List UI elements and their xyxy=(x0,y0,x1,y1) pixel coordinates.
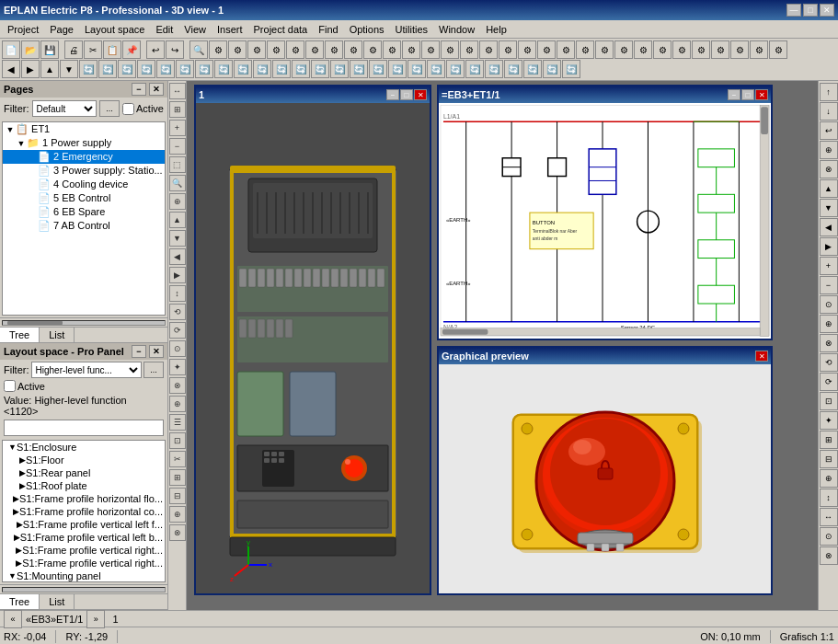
tb2-b12[interactable]: 🔄 xyxy=(214,60,233,78)
3d-minimize-btn[interactable]: − xyxy=(386,89,399,100)
tb2-b4[interactable]: ▼ xyxy=(60,60,78,78)
tb2-b6[interactable]: 🔄 xyxy=(98,60,117,78)
layout-item-fpvlb[interactable]: ▶ S1:Frame profile vertical left b... xyxy=(3,531,165,544)
pages-tab-tree[interactable]: Tree xyxy=(0,328,40,342)
rt-btn-14[interactable]: ⊗ xyxy=(820,334,838,352)
rt-btn-23[interactable]: ↔ xyxy=(820,508,838,526)
tb2-b23[interactable]: 🔄 xyxy=(427,60,445,78)
3d-view-buttons[interactable]: − □ ✕ xyxy=(386,89,427,100)
tb2-b13[interactable]: 🔄 xyxy=(234,60,252,78)
layout-item-fpvlf[interactable]: ▶ S1:Frame profile vertical left f... xyxy=(3,518,165,531)
layout-item-floor[interactable]: ▶ S1:Floor xyxy=(3,454,165,466)
rt-btn-13[interactable]: ⊕ xyxy=(820,315,838,333)
menu-project-data[interactable]: Project data xyxy=(248,22,314,37)
layout-item-enclosure[interactable]: ▼ S1:Enclosure xyxy=(3,441,165,454)
tb-b26[interactable]: ⚙ xyxy=(692,40,710,59)
menu-view[interactable]: View xyxy=(178,22,212,37)
tb-b30[interactable]: ⚙ xyxy=(769,40,787,59)
menu-page[interactable]: Page xyxy=(44,22,79,37)
3d-maximize-btn[interactable]: □ xyxy=(400,89,413,100)
layout-minimize[interactable]: − xyxy=(132,345,146,358)
rt-btn-3[interactable]: ↩ xyxy=(820,121,838,140)
tb-b27[interactable]: ⚙ xyxy=(711,40,729,59)
tb-b17[interactable]: ⚙ xyxy=(518,40,536,59)
tb2-b20[interactable]: 🔄 xyxy=(369,60,387,78)
lv-btn-14[interactable]: ⟳ xyxy=(169,322,186,339)
lv-btn-2[interactable]: ⊞ xyxy=(169,101,186,118)
tb2-b24[interactable]: 🔄 xyxy=(446,60,465,78)
menu-insert[interactable]: Insert xyxy=(212,22,248,37)
rt-btn-19[interactable]: ⊞ xyxy=(820,431,838,449)
lv-btn-20[interactable]: ⊡ xyxy=(169,432,186,449)
tb-open[interactable]: 📂 xyxy=(21,40,40,59)
tb-cut[interactable]: ✂ xyxy=(84,40,102,59)
tb-b24[interactable]: ⚙ xyxy=(653,40,672,59)
rt-btn-2[interactable]: ↓ xyxy=(820,102,838,121)
schematic-close-btn[interactable]: ✕ xyxy=(755,89,768,100)
rt-btn-22[interactable]: ↕ xyxy=(820,489,838,507)
rt-btn-25[interactable]: ⊗ xyxy=(820,546,838,565)
rt-btn-4[interactable]: ⊕ xyxy=(820,141,838,159)
maximize-button[interactable]: □ xyxy=(803,4,818,17)
tb2-b7[interactable]: 🔄 xyxy=(118,60,136,78)
tb2-b14[interactable]: 🔄 xyxy=(253,60,271,78)
rt-btn-24[interactable]: ⊙ xyxy=(820,527,838,546)
tb2-b29[interactable]: 🔄 xyxy=(543,60,561,78)
tb2-b11[interactable]: 🔄 xyxy=(195,60,213,78)
lv-btn-13[interactable]: ⟲ xyxy=(169,304,186,320)
layout-tab-tree[interactable]: Tree xyxy=(0,594,40,609)
rt-btn-18[interactable]: ✦ xyxy=(820,411,838,430)
rt-btn-12[interactable]: ⊙ xyxy=(820,295,838,314)
rt-btn-17[interactable]: ⊡ xyxy=(820,392,838,410)
lv-btn-3[interactable]: + xyxy=(169,120,186,136)
tb-b1[interactable]: ⚙ xyxy=(209,40,227,59)
title-bar-buttons[interactable]: — □ ✕ xyxy=(786,4,834,17)
tb-b23[interactable]: ⚙ xyxy=(634,40,652,59)
menu-find[interactable]: Find xyxy=(313,22,343,37)
layout-item-mounting[interactable]: ▼ S1:Mounting panel xyxy=(3,569,165,582)
tb2-b22[interactable]: 🔄 xyxy=(408,60,426,78)
rt-btn-20[interactable]: ⊟ xyxy=(820,450,838,468)
tb-b4[interactable]: ⚙ xyxy=(267,40,285,59)
tb2-b18[interactable]: 🔄 xyxy=(330,60,349,78)
tb-b11[interactable]: ⚙ xyxy=(402,40,420,59)
menu-layout-space[interactable]: Layout space xyxy=(79,22,150,37)
tb2-b16[interactable]: 🔄 xyxy=(292,60,310,78)
rt-btn-15[interactable]: ⟲ xyxy=(820,353,838,372)
3d-close-btn[interactable]: ✕ xyxy=(414,89,427,100)
pages-filter-select[interactable]: Default xyxy=(32,100,98,117)
schematic-buttons[interactable]: − □ ✕ xyxy=(728,89,768,100)
menu-options[interactable]: Options xyxy=(344,22,390,37)
tb-b22[interactable]: ⚙ xyxy=(614,40,633,59)
menu-window[interactable]: Window xyxy=(433,22,480,37)
layout-item-rear[interactable]: ▶ S1:Rear panel xyxy=(3,466,165,479)
tree-item-cooling[interactable]: 📄 4 Cooling device xyxy=(3,178,165,191)
layout-filter-select[interactable]: Higher-level func... xyxy=(31,362,143,378)
tb-search[interactable]: 🔍 xyxy=(189,40,208,59)
layout-tab-list[interactable]: List xyxy=(40,594,75,609)
tb-b18[interactable]: ⚙ xyxy=(537,40,556,59)
tb-paste[interactable]: 📌 xyxy=(122,40,141,59)
pages-minimize[interactable]: − xyxy=(132,83,146,96)
lv-btn-8[interactable]: ▲ xyxy=(169,212,186,228)
rt-btn-21[interactable]: ⊕ xyxy=(820,469,838,488)
tb-b8[interactable]: ⚙ xyxy=(344,40,362,59)
minimize-button[interactable]: — xyxy=(786,4,801,17)
lv-btn-21[interactable]: ✂ xyxy=(169,451,186,467)
rt-btn-10[interactable]: + xyxy=(820,257,838,275)
lv-btn-1[interactable]: ↔ xyxy=(169,83,186,99)
tb2-b27[interactable]: 🔄 xyxy=(504,60,522,78)
tb-b29[interactable]: ⚙ xyxy=(750,40,768,59)
layout-item-fphl[interactable]: ▶ S1:Frame profile horizontal flo... xyxy=(3,492,165,505)
lv-btn-19[interactable]: ☰ xyxy=(169,414,186,431)
tb2-b19[interactable]: 🔄 xyxy=(350,60,368,78)
lv-btn-11[interactable]: ▶ xyxy=(169,267,186,283)
pages-active-checkbox[interactable] xyxy=(122,103,134,115)
schematic-minimize-btn[interactable]: − xyxy=(728,89,740,100)
rt-btn-11[interactable]: − xyxy=(820,276,838,294)
lv-btn-10[interactable]: ◀ xyxy=(169,248,186,265)
tb2-b10[interactable]: 🔄 xyxy=(176,60,194,78)
tb-b2[interactable]: ⚙ xyxy=(228,40,247,59)
tb-b28[interactable]: ⚙ xyxy=(730,40,749,59)
tb-b5[interactable]: ⚙ xyxy=(286,40,304,59)
